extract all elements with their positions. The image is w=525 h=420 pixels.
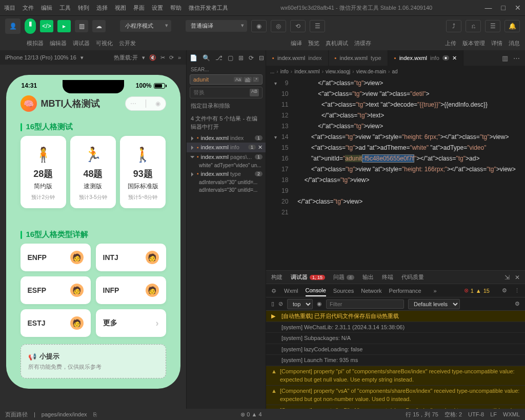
- remote-debug-button[interactable]: ⟲: [290, 20, 306, 32]
- type-card[interactable]: ESTJ🧑: [21, 309, 91, 337]
- menu-item[interactable]: 选择: [96, 4, 108, 12]
- clear-icon[interactable]: ⊟: [259, 54, 264, 62]
- device-label[interactable]: iPhone 12/13 (Pro) 100% 16: [5, 54, 76, 61]
- context-select[interactable]: top: [287, 299, 313, 309]
- avatar-icon[interactable]: 👤: [5, 18, 21, 34]
- type-card[interactable]: INFP🧑: [96, 276, 166, 304]
- compile-button[interactable]: ◉: [251, 20, 267, 32]
- fold-icon[interactable]: »: [178, 54, 181, 61]
- message-button[interactable]: 🔔: [504, 20, 520, 32]
- editor-tab[interactable]: ▪index.wxmltype: [329, 50, 388, 66]
- panel-tab[interactable]: 代码质量: [401, 273, 424, 281]
- details-button[interactable]: ☰: [485, 20, 500, 32]
- menu-item[interactable]: 界面: [133, 4, 145, 12]
- cloud-toggle[interactable]: ☁: [92, 20, 106, 32]
- code-editor[interactable]: ▾▾ 9101112131415161718192021 </"at">clas…: [266, 77, 525, 270]
- panel-tab[interactable]: 输出: [362, 273, 374, 281]
- more-icon[interactable]: ⋯: [513, 54, 520, 62]
- test-card[interactable]: 🚶93题国际标准版预计5~8分钟: [120, 136, 166, 208]
- menu-item[interactable]: 项目: [4, 4, 15, 12]
- indent[interactable]: 空格: 2: [445, 411, 462, 418]
- editor-toggle[interactable]: </>: [40, 20, 53, 32]
- search-input[interactable]: adunit Aaab.*: [190, 74, 262, 85]
- breadcrumb[interactable]: index.wxml: [294, 69, 319, 74]
- clear-console-icon[interactable]: ⊘: [278, 301, 283, 307]
- cursor-pos[interactable]: 行 15，列 75: [406, 411, 438, 418]
- mute-icon[interactable]: 🔇: [149, 54, 156, 61]
- refresh-icon[interactable]: ⟳: [249, 54, 254, 62]
- problems-count[interactable]: ⊗ 0 ▲ 4: [240, 411, 261, 418]
- panel-tab[interactable]: 构建: [271, 273, 282, 281]
- copy-icon[interactable]: ⎘: [93, 411, 97, 417]
- snip-icon[interactable]: ✂: [160, 54, 165, 61]
- scope-toggle[interactable]: 指定目录和排除: [187, 99, 266, 112]
- editor-tab[interactable]: ▪index.wxmlindex: [266, 50, 329, 66]
- route-path[interactable]: pages/index/index: [42, 411, 87, 417]
- breadcrumb[interactable]: view.de-main: [356, 69, 386, 74]
- ext-icon[interactable]: ⊞: [238, 54, 244, 62]
- breadcrumb[interactable]: ad: [392, 69, 397, 74]
- box-icon[interactable]: ▢: [228, 54, 233, 62]
- panel-tab[interactable]: 问题4: [333, 273, 354, 281]
- mode-select[interactable]: 小程序模式: [120, 20, 171, 32]
- tab-console[interactable]: Console: [306, 285, 326, 296]
- type-card[interactable]: INTJ🧑: [96, 244, 166, 271]
- more-icon[interactable]: ⋮: [514, 287, 520, 294]
- gear-icon[interactable]: ⚙: [502, 287, 507, 294]
- version-button[interactable]: ⎌: [466, 20, 481, 32]
- editor-tab[interactable]: ▪index.wxmlinfo●✕: [388, 50, 464, 66]
- capsule[interactable]: ⋯◉: [125, 96, 166, 111]
- phone-simulator[interactable]: 14:31 100% 🧠 MBTI人格测试 ⋯◉ 16型人格测试 🧍28题简约版…: [6, 75, 180, 389]
- panel-tab[interactable]: 调试器1, 15: [291, 273, 325, 281]
- tab-performance[interactable]: Performance: [389, 286, 421, 296]
- type-card[interactable]: ESFP🧑: [21, 276, 91, 304]
- sidebar-toggle-icon[interactable]: ▯: [271, 301, 274, 307]
- more-card[interactable]: 更多›: [96, 309, 166, 337]
- menu-item[interactable]: 设置: [152, 4, 163, 12]
- upload-button[interactable]: ⤴: [446, 20, 461, 32]
- tab-sources[interactable]: Sources: [333, 286, 354, 296]
- simulator-toggle[interactable]: ▮: [25, 18, 36, 34]
- panel-close-icon[interactable]: ✕: [515, 274, 520, 281]
- eye-icon[interactable]: ◉: [317, 301, 322, 307]
- menu-item[interactable]: 工具: [59, 4, 71, 12]
- menu-item[interactable]: 微信开发者工具: [189, 4, 228, 12]
- clear-cache-button[interactable]: ☰: [310, 20, 325, 32]
- hot-reload-label[interactable]: 热重载:开: [114, 54, 138, 62]
- breadcrumb[interactable]: info: [280, 69, 289, 74]
- type-card[interactable]: ENFP🧑: [21, 244, 91, 271]
- branch-icon[interactable]: ⎇: [215, 54, 223, 62]
- panel-down-icon[interactable]: ⇲: [504, 274, 510, 281]
- settings-icon[interactable]: ⚙: [515, 301, 520, 307]
- close-icon[interactable]: ✕: [515, 4, 521, 12]
- test-card[interactable]: 🧍28题简约版预计2分钟: [21, 136, 66, 208]
- menu-item[interactable]: 转到: [78, 4, 89, 12]
- search-result-file[interactable]: ⏵▪index.wxml index1: [187, 133, 266, 143]
- maximize-icon[interactable]: □: [501, 4, 506, 12]
- minimize-icon[interactable]: —: [485, 4, 492, 12]
- panel-tab[interactable]: 终端: [382, 273, 393, 281]
- replace-input[interactable]: 替换AB: [190, 87, 262, 98]
- explorer-icon[interactable]: 📄: [190, 54, 197, 62]
- search-result-file[interactable]: ⏷▪index.wxml pages\...1: [187, 152, 266, 162]
- filter-input[interactable]: [326, 299, 404, 309]
- breadcrumb[interactable]: view.xiaogj: [326, 69, 350, 74]
- eol[interactable]: LF: [490, 411, 497, 417]
- menu-item[interactable]: 帮助: [170, 4, 181, 12]
- rotate-icon[interactable]: ⟳: [169, 54, 174, 61]
- tab-wxml[interactable]: Wxml: [284, 286, 298, 296]
- menu-item[interactable]: 视图: [115, 4, 126, 12]
- breadcrumb[interactable]: ...: [270, 69, 274, 74]
- encoding[interactable]: UTF-8: [468, 411, 484, 417]
- menu-item[interactable]: 文件: [23, 4, 34, 12]
- levels-select[interactable]: Default levels: [408, 299, 460, 309]
- visual-toggle[interactable]: ▥: [75, 20, 88, 32]
- language[interactable]: WXML: [503, 411, 520, 417]
- preview-button[interactable]: ◎: [271, 20, 286, 32]
- search-result-file[interactable]: ⏵▪index.wxml type2: [187, 169, 266, 178]
- search-result-file[interactable]: ⏵▪index.wxml info1✕: [187, 143, 266, 152]
- inspect-icon[interactable]: ⯐: [271, 288, 277, 294]
- debugger-toggle[interactable]: ▸: [57, 20, 71, 32]
- compile-select[interactable]: 普通编译: [186, 20, 247, 32]
- search-icon[interactable]: 🔍: [203, 54, 210, 62]
